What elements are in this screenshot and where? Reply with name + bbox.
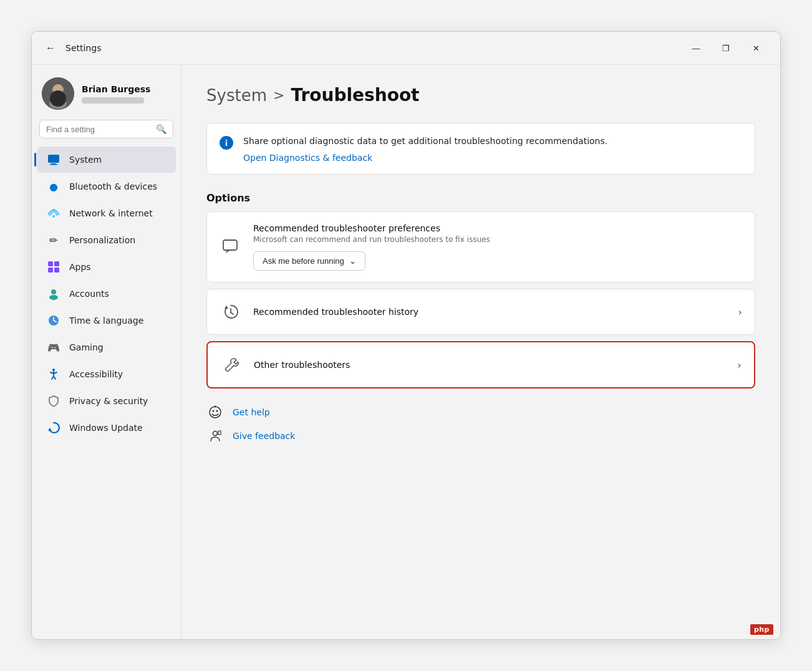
watermark-badge: php [750, 624, 773, 635]
svg-line-24 [54, 376, 56, 379]
troubleshooter-history-info: Recommended troubleshooter history [253, 307, 727, 317]
window-controls: — ❐ ✕ [682, 38, 770, 58]
breadcrumb-parent: System [206, 86, 267, 105]
windows-update-icon [47, 421, 60, 435]
svg-marker-27 [225, 306, 228, 309]
svg-point-33 [215, 406, 216, 408]
recommended-prefs-info: Recommended troubleshooter preferences M… [253, 223, 742, 271]
sidebar-item-accessibility[interactable]: Accessibility [37, 361, 176, 387]
maximize-button[interactable]: ❐ [712, 38, 740, 58]
svg-rect-13 [54, 268, 59, 273]
svg-rect-8 [50, 164, 57, 165]
options-section-title: Options [206, 192, 755, 204]
sidebar-item-bluetooth[interactable]: ● Bluetooth & devices [37, 173, 176, 200]
sidebar-item-windows-update[interactable]: Windows Update [37, 415, 176, 441]
svg-point-31 [213, 410, 215, 412]
wrench-icon [220, 354, 243, 376]
get-help-icon [206, 403, 224, 421]
network-icon [47, 206, 60, 220]
info-content: Share optional diagnostic data to get ad… [243, 135, 607, 163]
other-troubleshooters-info: Other troubleshooters [254, 360, 727, 370]
avatar-image [42, 77, 74, 110]
svg-point-9 [52, 215, 55, 218]
sidebar-label-network: Network & internet [69, 208, 153, 218]
sidebar-item-system[interactable]: System [37, 147, 176, 173]
svg-point-34 [213, 432, 218, 436]
content-area: System > Troubleshoot i Share optional d… [181, 65, 780, 639]
troubleshooter-history-title: Recommended troubleshooter history [253, 307, 727, 317]
history-chevron-icon: › [738, 306, 742, 318]
accessibility-icon [47, 367, 60, 381]
settings-window: ← Settings — ❐ ✕ [31, 31, 781, 640]
titlebar-left: ← Settings [42, 39, 101, 57]
back-button[interactable]: ← [42, 39, 59, 57]
info-text: Share optional diagnostic data to get ad… [243, 136, 607, 146]
get-help-link[interactable]: Get help [233, 407, 270, 417]
bluetooth-icon: ● [47, 180, 60, 193]
other-troubleshooters-card: Other troubleshooters › [206, 341, 755, 389]
main-content: Brian Burgess 🔍 System ● Bluetoot [32, 65, 780, 639]
sidebar-item-privacy[interactable]: Privacy & security [37, 388, 176, 414]
troubleshooter-history-row[interactable]: Recommended troubleshooter history › [207, 289, 755, 334]
other-troubleshooters-row[interactable]: Other troubleshooters › [208, 342, 754, 387]
breadcrumb: System > Troubleshoot [206, 85, 755, 105]
info-icon: i [220, 136, 233, 150]
sidebar-item-network[interactable]: Network & internet [37, 200, 176, 226]
titlebar-title: Settings [65, 43, 101, 53]
svg-point-32 [216, 410, 218, 412]
svg-point-30 [210, 407, 221, 418]
open-diagnostics-link[interactable]: Open Diagnostics & feedback [243, 153, 607, 163]
sidebar-item-time[interactable]: Time & language [37, 307, 176, 334]
sidebar-label-windows-update: Windows Update [69, 423, 143, 433]
other-troubleshooters-title: Other troubleshooters [254, 360, 727, 370]
sidebar-item-apps[interactable]: Apps [37, 254, 176, 280]
sidebar-item-accounts[interactable]: Accounts [37, 281, 176, 307]
svg-rect-12 [48, 268, 53, 273]
user-email-bar [82, 97, 144, 104]
sidebar-label-personalization: Personalization [69, 235, 135, 245]
sidebar: Brian Burgess 🔍 System ● Bluetoot [32, 65, 181, 639]
give-feedback-row[interactable]: Give feedback [206, 427, 755, 445]
svg-marker-25 [48, 428, 52, 431]
user-profile: Brian Burgess [32, 72, 181, 120]
get-help-row[interactable]: Get help [206, 403, 755, 421]
give-feedback-icon [206, 427, 224, 445]
sidebar-item-personalization[interactable]: ✏️ Personalization [37, 227, 176, 253]
svg-rect-10 [48, 261, 53, 266]
avatar [42, 77, 74, 110]
minimize-button[interactable]: — [682, 38, 710, 58]
close-button[interactable]: ✕ [742, 38, 770, 58]
give-feedback-link[interactable]: Give feedback [233, 431, 295, 441]
recommended-prefs-title: Recommended troubleshooter preferences [253, 223, 742, 233]
svg-rect-6 [48, 155, 59, 163]
sidebar-label-apps: Apps [69, 262, 91, 272]
accounts-icon [47, 287, 60, 301]
troubleshooter-dropdown[interactable]: Ask me before running ⌄ [253, 251, 365, 271]
breadcrumb-separator: > [273, 87, 284, 103]
system-icon [47, 153, 60, 167]
nav-list: System ● Bluetooth & devices Network & i… [32, 146, 181, 442]
user-info: Brian Burgess [82, 84, 150, 104]
other-troubleshooters-chevron-icon: › [738, 359, 742, 371]
troubleshooter-history-card: Recommended troubleshooter history › [206, 289, 755, 335]
breadcrumb-page: Troubleshoot [291, 85, 419, 105]
search-input[interactable] [46, 125, 151, 134]
bottom-links: Get help Give feedback [206, 403, 755, 445]
search-bar[interactable]: 🔍 [39, 120, 173, 138]
sidebar-label-bluetooth: Bluetooth & devices [69, 181, 157, 191]
sidebar-label-system: System [69, 155, 102, 165]
svg-line-29 [231, 312, 233, 314]
info-box: i Share optional diagnostic data to get … [206, 123, 755, 175]
svg-rect-11 [54, 261, 59, 266]
sidebar-label-gaming: Gaming [69, 342, 104, 352]
recommended-prefs-row[interactable]: Recommended troubleshooter preferences M… [207, 212, 755, 282]
sidebar-label-time: Time & language [69, 316, 143, 326]
titlebar: ← Settings — ❐ ✕ [32, 32, 780, 65]
sidebar-label-accessibility: Accessibility [69, 369, 123, 379]
svg-rect-26 [223, 240, 237, 250]
recommended-prefs-desc: Microsoft can recommend and run troubles… [253, 235, 742, 244]
sidebar-item-gaming[interactable]: 🎮 Gaming [37, 334, 176, 360]
svg-point-5 [50, 90, 66, 107]
svg-point-14 [51, 289, 56, 294]
svg-point-15 [49, 295, 58, 300]
